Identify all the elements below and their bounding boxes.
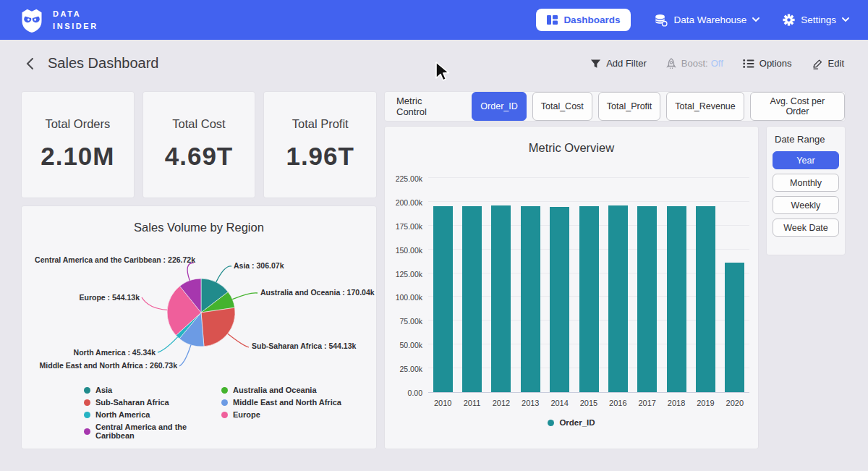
brand-line1: DATA: [53, 8, 98, 20]
legend-item-central-america-and-the-caribbean[interactable]: Central America and the Caribbean: [84, 423, 221, 440]
bar-2019[interactable]: [696, 206, 715, 392]
legend-item-order-id[interactable]: Order_ID: [548, 418, 595, 427]
dashboards-label: Dashboards: [563, 14, 620, 25]
page-header-actions: Add Filter Boost: Off: [590, 58, 844, 69]
y-axis-tick: 175.00k: [385, 222, 422, 231]
right-column: Metric Control Order_IDTotal_CostTotal_P…: [385, 92, 845, 449]
legend-item-middle-east-and-north-africa[interactable]: Middle East and North Africa: [221, 398, 341, 407]
gear-icon: [783, 14, 795, 26]
legend-item-asia[interactable]: Asia: [84, 386, 221, 394]
bar-2010[interactable]: [433, 206, 453, 392]
brand-text: DATA INSIDER: [53, 8, 98, 32]
metric-button-avg-cost-per-order[interactable]: Avg. Cost per Order: [750, 92, 845, 121]
pie-label-line: [216, 266, 231, 282]
date-range-button-monthly[interactable]: Monthly: [773, 174, 839, 192]
date-range-buttons: YearMonthlyWeeklyWeek Date: [773, 151, 839, 237]
pie-slice-sub-saharan-africa[interactable]: [201, 307, 235, 347]
kpi-card-total-profit: Total Profit 1.96T: [264, 92, 376, 198]
edit-button[interactable]: Edit: [812, 58, 844, 69]
x-axis-label-2017: 2017: [631, 399, 663, 407]
bar-2016[interactable]: [608, 205, 628, 392]
settings-menu[interactable]: Settings: [783, 14, 849, 26]
options-button[interactable]: Options: [743, 58, 792, 69]
legend-item-europe[interactable]: Europe: [221, 410, 341, 419]
bar-2013[interactable]: [521, 206, 540, 392]
settings-label: Settings: [801, 14, 836, 25]
y-axis-tick: 200.00k: [385, 198, 422, 207]
legend-label: Middle East and North Africa: [233, 398, 341, 407]
bar-2011[interactable]: [462, 206, 482, 392]
page-header-left: Sales Dashboard: [24, 55, 158, 72]
legend-dot: [84, 412, 90, 418]
nav-actions: Dashboards Data Warehouse: [536, 9, 849, 31]
bar-chart-title: Metric Overview: [385, 141, 758, 155]
boost-toggle[interactable]: Boost: Off: [666, 58, 723, 69]
x-axis-label-2020: 2020: [719, 399, 751, 407]
list-options-icon: [743, 59, 754, 69]
edit-label: Edit: [828, 58, 844, 69]
data-warehouse-label: Data Warehouse: [673, 14, 746, 25]
legend-label: Order_ID: [559, 418, 595, 427]
back-button[interactable]: [24, 56, 36, 72]
rocket-icon: [666, 58, 676, 69]
bar-2015[interactable]: [579, 206, 599, 392]
y-axis-tick: 50.00k: [385, 341, 422, 349]
date-range-button-weekly[interactable]: Weekly: [773, 196, 839, 214]
legend-label: Asia: [95, 386, 112, 394]
y-axis-tick: 0.00: [385, 389, 422, 397]
dashboard-grid-icon: [547, 15, 558, 25]
dashboards-button[interactable]: Dashboards: [536, 9, 631, 31]
pie-slice-label-sub-saharan-africa: Sub-Saharan Africa : 544.13k: [252, 341, 356, 350]
x-axis-label-2012: 2012: [485, 399, 517, 407]
kpi-label: Total Profit: [264, 117, 376, 131]
top-navbar: DATA INSIDER Dashboards: [0, 0, 868, 40]
pie-slice-label-central-america-and-the-caribbean: Central America and the Caribbean : 226.…: [35, 255, 195, 264]
bar-2018[interactable]: [667, 206, 686, 392]
bar-2020[interactable]: [725, 263, 744, 392]
chevron-left-icon: [25, 57, 35, 70]
metric-button-order-id[interactable]: Order_ID: [472, 92, 526, 121]
bar-plot-area: [428, 179, 749, 393]
right-row: Metric Overview 0.0025.00k50.00k75.00k10…: [385, 127, 845, 449]
page-header: Sales Dashboard Add Filter Boost: Off: [0, 40, 868, 87]
metric-control-bar: Metric Control Order_IDTotal_CostTotal_P…: [385, 92, 845, 121]
add-filter-button[interactable]: Add Filter: [590, 58, 647, 69]
brand-line2: INSIDER: [53, 20, 98, 33]
boost-value: Off: [711, 58, 723, 69]
pie-label-line: [228, 334, 249, 347]
chevron-down-icon: [842, 17, 849, 22]
kpi-row: Total Orders 2.10M Total Cost 4.69T Tota…: [22, 92, 376, 198]
date-range-button-year[interactable]: Year: [773, 151, 839, 169]
bar-2017[interactable]: [637, 206, 657, 392]
metric-button-total-profit[interactable]: Total_Profit: [598, 92, 661, 121]
bar-2014[interactable]: [550, 207, 569, 392]
date-range-button-week-date[interactable]: Week Date: [773, 218, 839, 237]
pie-slice-label-asia: Asia : 306.07k: [234, 261, 284, 270]
pencil-edit-icon: [812, 58, 823, 69]
legend-dot: [221, 399, 228, 406]
y-axis-tick: 125.00k: [385, 270, 422, 279]
app-screen: DATA INSIDER Dashboards: [0, 0, 868, 471]
pie-legend-column: Australia and OceaniaMiddle East and Nor…: [221, 386, 341, 440]
legend-dot: [221, 412, 228, 418]
y-axis-tick: 25.00k: [385, 365, 422, 373]
legend-dot: [221, 387, 228, 394]
legend-item-sub-saharan-africa[interactable]: Sub-Saharan Africa: [84, 398, 221, 407]
data-warehouse-menu[interactable]: Data Warehouse: [654, 14, 760, 27]
pie-legend: AsiaSub-Saharan AfricaNorth AmericaCentr…: [84, 386, 372, 440]
pie-legend-column: AsiaSub-Saharan AfricaNorth AmericaCentr…: [84, 386, 221, 440]
y-axis-tick: 225.00k: [385, 174, 422, 183]
metric-button-total-revenue[interactable]: Total_Revenue: [666, 92, 744, 121]
legend-dot: [84, 399, 90, 406]
legend-item-north-america[interactable]: North America: [84, 410, 221, 419]
legend-item-australia-and-oceania[interactable]: Australia and Oceania: [221, 386, 341, 394]
pie-chart-card: Sales Volume by Region Asia : 306.07kAus…: [22, 206, 376, 449]
options-label: Options: [760, 58, 792, 69]
gridline: [428, 177, 749, 178]
bar-legend: Order_ID: [385, 418, 758, 427]
brand[interactable]: DATA INSIDER: [19, 7, 98, 34]
date-range-panel: Date Range YearMonthlyWeeklyWeek Date: [767, 127, 845, 255]
bar-2012[interactable]: [491, 205, 511, 392]
metric-button-total-cost[interactable]: Total_Cost: [532, 92, 592, 121]
x-axis-label-2019: 2019: [689, 399, 721, 407]
